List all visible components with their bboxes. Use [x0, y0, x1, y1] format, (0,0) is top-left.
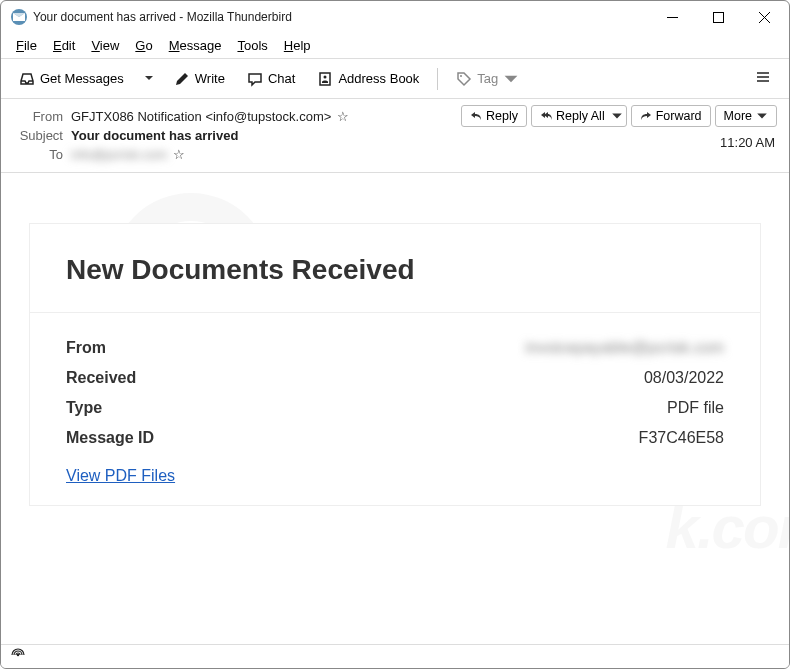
reply-icon	[470, 110, 482, 122]
chevron-down-icon	[756, 110, 768, 122]
row-received: Received 08/03/2022	[66, 363, 724, 393]
pencil-icon	[174, 71, 190, 87]
get-messages-button[interactable]: Get Messages	[11, 67, 132, 91]
get-messages-label: Get Messages	[40, 71, 124, 86]
statusbar	[1, 644, 789, 668]
message-body: PCrisk k.com New Documents Received From…	[1, 173, 789, 653]
titlebar: Your document has arrived - Mozilla Thun…	[1, 1, 789, 33]
svg-point-3	[460, 75, 462, 77]
row-type: Type PDF file	[66, 393, 724, 423]
toolbar: Get Messages Write Chat Address Book Tag	[1, 59, 789, 99]
to-label: To	[13, 147, 63, 162]
window-title: Your document has arrived - Mozilla Thun…	[33, 10, 651, 24]
to-value[interactable]: info@pcrisk.com	[71, 147, 167, 162]
chat-button[interactable]: Chat	[239, 67, 303, 91]
more-button[interactable]: More	[715, 105, 777, 127]
message-headers: Reply Reply All Forward More 11:20 AM Fr…	[1, 99, 789, 173]
menu-help[interactable]: Help	[277, 35, 318, 56]
menu-message[interactable]: Message	[162, 35, 229, 56]
menu-go[interactable]: Go	[128, 35, 159, 56]
address-book-label: Address Book	[338, 71, 419, 86]
menu-file[interactable]: File	[9, 35, 44, 56]
chevron-down-icon	[503, 71, 519, 87]
reply-button[interactable]: Reply	[461, 105, 527, 127]
write-label: Write	[195, 71, 225, 86]
forward-icon	[640, 110, 652, 122]
card-header: New Documents Received	[30, 224, 760, 313]
svg-point-4	[17, 654, 19, 656]
reply-all-icon	[540, 110, 552, 122]
menubar: File Edit View Go Message Tools Help	[1, 33, 789, 59]
get-messages-dropdown[interactable]	[138, 67, 160, 90]
menu-tools[interactable]: Tools	[230, 35, 274, 56]
address-book-button[interactable]: Address Book	[309, 67, 427, 91]
row-type-label: Type	[66, 399, 102, 417]
reply-label: Reply	[486, 109, 518, 123]
toolbar-divider	[437, 68, 438, 90]
view-pdf-link[interactable]: View PDF Files	[66, 467, 175, 485]
inbox-icon	[19, 71, 35, 87]
menu-view[interactable]: View	[84, 35, 126, 56]
address-book-icon	[317, 71, 333, 87]
app-menu-button[interactable]	[747, 65, 779, 92]
to-star-icon[interactable]: ☆	[173, 147, 185, 162]
connection-icon[interactable]	[11, 648, 25, 665]
message-time: 11:20 AM	[720, 135, 775, 150]
minimize-button[interactable]	[651, 3, 693, 31]
svg-point-2	[324, 75, 327, 78]
svg-rect-1	[320, 73, 330, 85]
row-msgid-label: Message ID	[66, 429, 154, 447]
hamburger-icon	[755, 69, 771, 85]
reply-all-button[interactable]: Reply All	[531, 105, 627, 127]
action-bar: Reply Reply All Forward More	[461, 105, 777, 127]
email-card: New Documents Received From invoicepayab…	[29, 223, 761, 506]
reply-all-label: Reply All	[556, 109, 605, 123]
forward-button[interactable]: Forward	[631, 105, 711, 127]
from-label: From	[13, 109, 63, 124]
menu-edit[interactable]: Edit	[46, 35, 82, 56]
forward-label: Forward	[656, 109, 702, 123]
more-label: More	[724, 109, 752, 123]
chevron-down-icon	[611, 110, 623, 122]
svg-rect-0	[713, 12, 723, 22]
write-button[interactable]: Write	[166, 67, 233, 91]
tag-icon	[456, 71, 472, 87]
from-value[interactable]: GFJTX086 Notification <info@tupstock.com…	[71, 109, 331, 124]
row-message-id: Message ID F37C46E58	[66, 423, 724, 453]
row-msgid-value: F37C46E58	[639, 429, 724, 447]
from-star-icon[interactable]: ☆	[337, 109, 349, 124]
card-body: From invoicepayable@pcrisk.com Received …	[30, 313, 760, 505]
row-type-value: PDF file	[667, 399, 724, 417]
maximize-button[interactable]	[697, 3, 739, 31]
row-received-value: 08/03/2022	[644, 369, 724, 387]
row-received-label: Received	[66, 369, 136, 387]
app-icon	[11, 9, 27, 25]
row-from-label: From	[66, 339, 106, 357]
row-from-value: invoicepayable@pcrisk.com	[525, 339, 724, 357]
chat-icon	[247, 71, 263, 87]
chat-label: Chat	[268, 71, 295, 86]
email-heading: New Documents Received	[66, 254, 724, 286]
subject-label: Subject	[13, 128, 63, 143]
subject-value: Your document has arrived	[71, 128, 238, 143]
tag-button[interactable]: Tag	[448, 67, 527, 91]
close-button[interactable]	[743, 3, 785, 31]
row-from: From invoicepayable@pcrisk.com	[66, 333, 724, 363]
tag-label: Tag	[477, 71, 498, 86]
